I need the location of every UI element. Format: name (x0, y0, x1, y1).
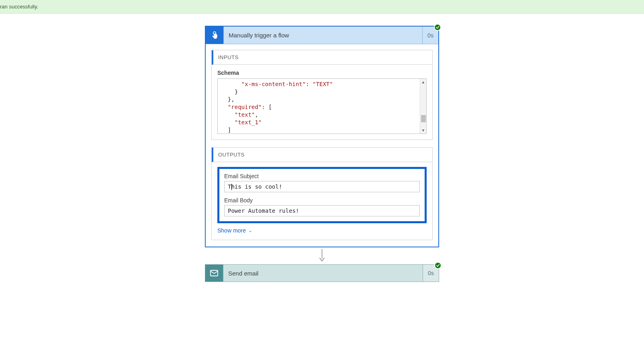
banner-text: ran successfully. (0, 4, 38, 10)
output-label-body: Email Body (224, 197, 420, 204)
check-icon (436, 263, 440, 267)
inputs-content: Schema "x-ms-content-hint": "TEXT" } }, … (212, 65, 432, 140)
mail-icon (209, 268, 219, 278)
schema-code: "x-ms-content-hint": "TEXT" } }, "requir… (218, 79, 426, 134)
output-field-body: Email Body Power Automate rules! (224, 197, 420, 216)
action-title: Send email (223, 265, 423, 282)
trigger-body: INPUTS Schema "x-ms-content-hint": "TEXT… (206, 44, 438, 247)
outputs-content: Email Subject This is so cool! Email Bod… (212, 162, 432, 240)
action-card[interactable]: Send email 0s (205, 264, 439, 282)
scroll-thumb[interactable] (421, 115, 426, 122)
trigger-header[interactable]: Manually trigger a flow 0s (206, 27, 438, 44)
connector-arrow (318, 249, 326, 263)
text-cursor-icon (231, 184, 232, 190)
success-banner: ran successfully. (0, 0, 644, 14)
scroll-track[interactable] (420, 85, 427, 127)
chevron-down-icon: ⌄ (248, 228, 252, 233)
success-badge (434, 262, 442, 269)
output-field-subject: Email Subject This is so cool! (224, 173, 420, 192)
touch-icon (210, 31, 219, 40)
inputs-section: INPUTS Schema "x-ms-content-hint": "TEXT… (211, 50, 433, 140)
scroll-down-icon[interactable]: ▼ (420, 127, 427, 134)
schema-textarea[interactable]: "x-ms-content-hint": "TEXT" } }, "requir… (217, 78, 427, 134)
show-more-link[interactable]: Show more ⌄ (217, 227, 252, 234)
flow-canvas: Manually trigger a flow 0s INPUTS Schema… (0, 14, 644, 362)
output-label-subject: Email Subject (224, 173, 420, 179)
trigger-icon-container (206, 27, 223, 44)
outputs-highlight: Email Subject This is so cool! Email Bod… (217, 167, 427, 223)
action-icon-container (205, 265, 223, 282)
schema-scrollbar[interactable]: ▲ ▼ (420, 79, 426, 134)
schema-label: Schema (217, 70, 427, 76)
output-value-body[interactable]: Power Automate rules! (224, 205, 420, 216)
arrow-down-icon (318, 249, 326, 262)
scroll-up-icon[interactable]: ▲ (420, 79, 427, 85)
trigger-title: Manually trigger a flow (223, 27, 422, 44)
success-badge (434, 24, 441, 31)
inputs-header: INPUTS (212, 50, 432, 65)
check-icon (436, 25, 440, 29)
outputs-header: OUTPUTS (212, 148, 432, 162)
output-value-subject[interactable]: This is so cool! (224, 181, 420, 192)
show-more-label: Show more (217, 227, 246, 234)
outputs-section: OUTPUTS Email Subject This is so cool! E… (211, 147, 433, 240)
trigger-card[interactable]: Manually trigger a flow 0s INPUTS Schema… (205, 26, 439, 247)
